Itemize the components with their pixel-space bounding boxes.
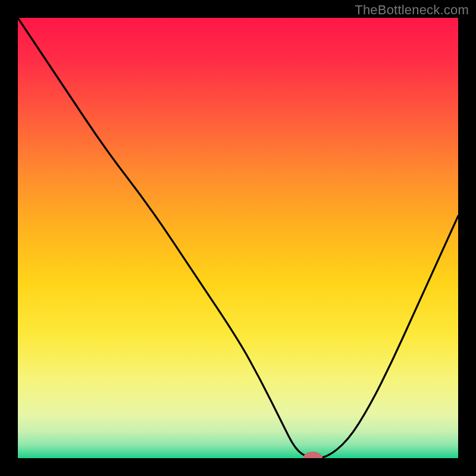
plot-area xyxy=(18,18,458,458)
gradient-background xyxy=(18,18,458,458)
chart-svg xyxy=(18,18,458,458)
chart-frame: TheBottleneck.com xyxy=(0,0,476,476)
watermark-text: TheBottleneck.com xyxy=(355,2,469,18)
